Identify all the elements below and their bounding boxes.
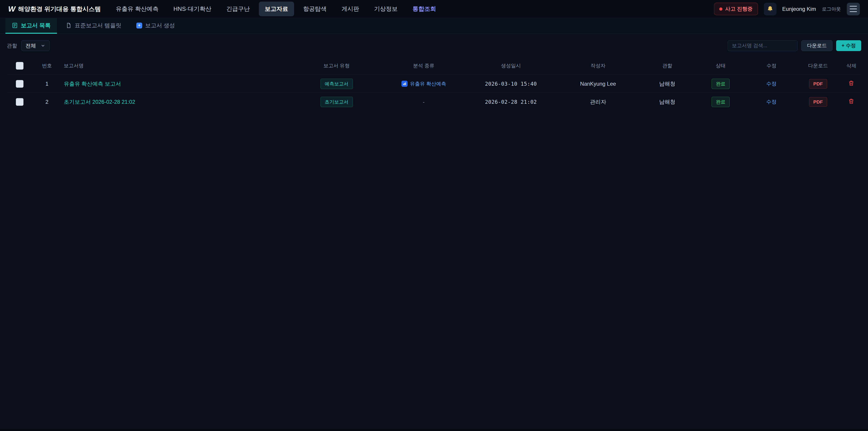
report-list-page: { "app": { "logo_mark": "W", "title": "해…: [0, 0, 868, 431]
notification-bell-button[interactable]: [764, 3, 776, 16]
nav-item-integrated-search[interactable]: 통합조회: [407, 2, 442, 16]
analysis-link[interactable]: 유출유 확산예측: [401, 81, 446, 87]
row-no: 1: [32, 75, 61, 93]
filter-right-actions: 다운로드 + 수정: [727, 40, 861, 51]
analysis-empty: -: [423, 99, 425, 105]
tab-standard-template-label: 표준보고서 템플릿: [74, 22, 121, 29]
report-type-badge: 초기보고서: [320, 97, 353, 107]
topbar-right-section: 사고 진행중 Eunjeong Kim 로그아웃: [714, 3, 860, 16]
analysis-label: 유출유 확산예측: [410, 81, 446, 87]
report-tabs: 보고서 목록 표준보고서 템플릿 + 보고서 생성: [0, 18, 868, 34]
incident-dot-icon: [719, 7, 722, 11]
download-button[interactable]: 다운로드: [801, 40, 833, 51]
author: NanKyung Lee: [555, 75, 642, 93]
header-no: 번호: [32, 57, 61, 75]
select-all-checkbox[interactable]: [16, 62, 24, 70]
jurisdiction: 남해청: [642, 75, 693, 93]
header-author: 작성자: [555, 57, 642, 75]
filter-bar: 관할 전체 다운로드 + 수정: [0, 40, 868, 51]
nav-item-oil-spill-prediction[interactable]: 유출유 확산예측: [110, 2, 164, 16]
report-name-link[interactable]: 초기보고서 2026-02-28 21:02: [64, 99, 135, 105]
incident-status-badge[interactable]: 사고 진행중: [714, 3, 758, 15]
logout-button[interactable]: 로그아웃: [822, 6, 841, 12]
report-search-input[interactable]: [727, 40, 798, 51]
row-checkbox[interactable]: [16, 80, 24, 88]
edit-link[interactable]: 수정: [766, 99, 777, 105]
nav-item-hns-air-diffusion[interactable]: HNS·대기확산: [167, 2, 217, 16]
row-checkbox[interactable]: [16, 98, 24, 106]
delete-button[interactable]: [848, 98, 855, 104]
tab-create-report[interactable]: + 보고서 생성: [130, 18, 181, 34]
status-badge: 완료: [712, 97, 730, 107]
main-nav: 유출유 확산예측 HNS·대기확산 긴급구난 보고자료 항공탐색 게시판 기상정…: [110, 2, 442, 16]
trash-icon: [848, 98, 855, 104]
jurisdiction: 남해청: [642, 93, 693, 111]
app-title: 해양환경 위기대응 통합시스템: [18, 5, 101, 13]
chart-icon: [401, 81, 408, 87]
header-report-type: 보고서 유형: [293, 57, 380, 75]
nav-item-board[interactable]: 게시판: [336, 2, 365, 16]
created-at: 2026-02-28 21:02: [485, 99, 537, 105]
document-icon: [66, 22, 72, 29]
trash-icon: [848, 80, 855, 86]
pdf-download-button[interactable]: PDF: [809, 97, 827, 107]
delete-button[interactable]: [848, 80, 855, 86]
nav-item-reports[interactable]: 보고자료: [259, 2, 294, 16]
header-download: 다운로드: [795, 57, 842, 75]
header-jurisdiction: 관할: [642, 57, 693, 75]
nav-item-weather-info[interactable]: 기상정보: [368, 2, 403, 16]
app-brand: W 해양환경 위기대응 통합시스템: [8, 4, 101, 13]
edit-link[interactable]: 수정: [766, 81, 777, 87]
report-list-icon: [12, 22, 18, 29]
hamburger-menu-button[interactable]: [847, 3, 860, 16]
create-report-icon: +: [136, 23, 142, 29]
table-header-row: 번호 보고서명 보고서 유형 분석 종류 생성일시 작성자 관할 상태 수정 다…: [7, 57, 861, 75]
row-no: 2: [32, 93, 61, 111]
nav-item-emergency-rescue[interactable]: 긴급구난: [220, 2, 256, 16]
table-row: 1 유출유 확산예측 보고서 예측보고서 유출유 확산예측 2026-03-10…: [7, 75, 861, 93]
bottom-edge-strip: [0, 429, 868, 431]
wing-logo-icon: W: [8, 4, 15, 13]
status-badge: 완료: [712, 79, 730, 89]
header-delete: 삭제: [842, 57, 861, 75]
report-type-badge: 예측보고서: [320, 79, 353, 89]
created-at: 2026-03-10 15:40: [485, 81, 537, 87]
table-row: 2 초기보고서 2026-02-28 21:02 초기보고서 - 2026-02…: [7, 93, 861, 111]
header-report-name: 보고서명: [61, 57, 293, 75]
author: 관리자: [555, 93, 642, 111]
report-table-container: 번호 보고서명 보고서 유형 분석 종류 생성일시 작성자 관할 상태 수정 다…: [0, 51, 868, 111]
report-name-link[interactable]: 유출유 확산예측 보고서: [64, 81, 121, 87]
jurisdiction-select[interactable]: 전체: [21, 40, 50, 51]
incident-status-label: 사고 진행중: [725, 5, 752, 12]
bell-icon: [767, 6, 774, 12]
create-edit-button[interactable]: + 수정: [836, 40, 861, 51]
tab-report-list[interactable]: 보고서 목록: [5, 18, 57, 34]
tab-standard-template[interactable]: 표준보고서 템플릿: [59, 18, 128, 34]
report-table: 번호 보고서명 보고서 유형 분석 종류 생성일시 작성자 관할 상태 수정 다…: [7, 57, 861, 111]
jurisdiction-selected-value: 전체: [26, 42, 36, 49]
nav-item-aerial-search[interactable]: 항공탐색: [297, 2, 333, 16]
header-edit: 수정: [748, 57, 795, 75]
header-status: 상태: [693, 57, 748, 75]
tab-report-list-label: 보고서 목록: [21, 22, 51, 29]
user-name: Eunjeong Kim: [782, 6, 816, 12]
jurisdiction-filter-label: 관할: [7, 42, 17, 49]
header-analysis-type: 분석 종류: [380, 57, 467, 75]
pdf-download-button[interactable]: PDF: [809, 79, 827, 89]
top-navigation-bar: W 해양환경 위기대응 통합시스템 유출유 확산예측 HNS·대기확산 긴급구난…: [0, 0, 868, 18]
tab-create-report-label: 보고서 생성: [145, 22, 175, 29]
header-created-at: 생성일시: [467, 57, 555, 75]
chevron-down-icon: [40, 43, 45, 48]
